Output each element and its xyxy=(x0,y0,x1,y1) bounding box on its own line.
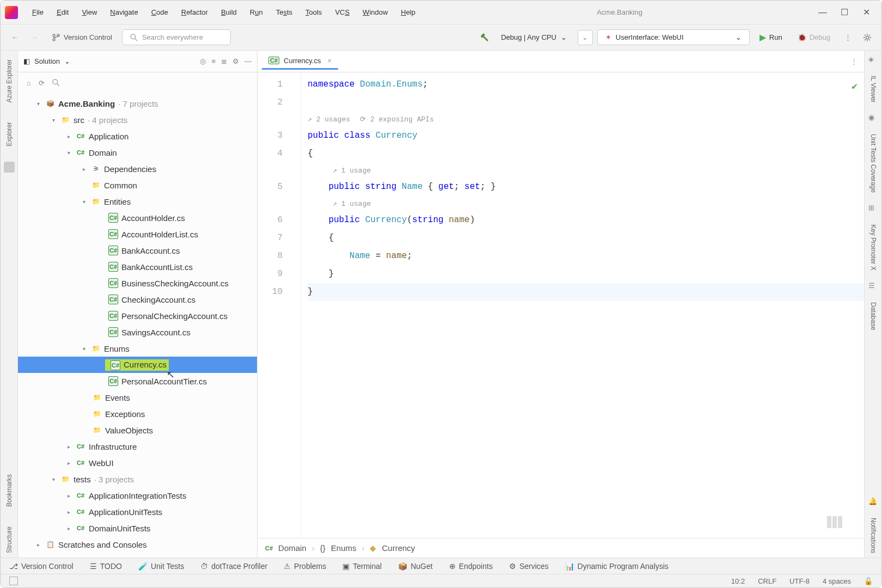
tool-endpoints[interactable]: ⊕Endpoints xyxy=(449,562,493,571)
code-content[interactable]: namespace Domain.Enums; ↗ 2 usages⟳ 2 ex… xyxy=(301,72,864,538)
tree-file[interactable]: C#CheckingAccount.cs xyxy=(18,291,257,308)
version-control-button[interactable]: Version Control xyxy=(46,31,118,44)
rail-database[interactable]: Database xyxy=(867,298,879,334)
tree-project[interactable]: ▸C#ApplicationUnitTests xyxy=(18,504,257,520)
close-button[interactable]: ✕ xyxy=(862,8,871,17)
rail-bookmarks[interactable]: Bookmarks xyxy=(3,470,15,511)
expand-icon[interactable]: ≣ xyxy=(221,57,227,65)
settings-icon[interactable]: ⚙ xyxy=(232,57,239,65)
tool-terminal[interactable]: ▣Terminal xyxy=(342,562,382,571)
debug-button[interactable]: 🐞 Debug xyxy=(792,31,836,44)
menu-vcs[interactable]: VCS xyxy=(329,6,355,19)
search-icon[interactable] xyxy=(52,79,60,87)
menu-view[interactable]: View xyxy=(76,6,102,19)
tree-solution-root[interactable]: ▾📦Acme.Banking· 7 projects xyxy=(18,95,257,112)
sync-icon[interactable]: ⟳ xyxy=(39,79,45,87)
build-config-select[interactable]: Debug | Any CPU ⌄ xyxy=(494,31,573,44)
menu-file[interactable]: File xyxy=(27,6,49,19)
tree-file[interactable]: C#BankAccount.cs xyxy=(18,242,257,259)
rail-ilviewer[interactable]: IL Viewer xyxy=(867,71,879,107)
breadcrumb-currency[interactable]: Currency xyxy=(382,543,415,553)
settings-button[interactable] xyxy=(860,30,875,45)
menu-refactor[interactable]: Refactor xyxy=(176,6,213,19)
tree-project-webui[interactable]: ▸C#WebUI xyxy=(18,455,257,471)
tree-project-infrastructure[interactable]: ▸C#Infrastructure xyxy=(18,438,257,455)
status-line-sep[interactable]: CRLF xyxy=(758,577,776,585)
bell-icon[interactable]: 🔔 xyxy=(868,497,878,507)
tree-dependencies[interactable]: ▸⚞Dependencies xyxy=(18,161,257,177)
rail-icon[interactable]: ◈ xyxy=(868,55,878,65)
status-indent[interactable]: 4 spaces xyxy=(823,577,851,585)
locate-icon[interactable]: ◎ xyxy=(200,57,206,65)
status-encoding[interactable]: UTF-8 xyxy=(789,577,810,585)
tree-folder-entities[interactable]: ▾📁Entities xyxy=(18,193,257,210)
tree-project-domain[interactable]: ▾C#Domain xyxy=(18,144,257,161)
maximize-button[interactable]: ☐ xyxy=(840,8,849,17)
rail-notifications[interactable]: Notifications xyxy=(867,513,879,558)
menu-build[interactable]: Build xyxy=(216,6,242,19)
tool-dottrace[interactable]: ⏱dotTrace Profiler xyxy=(200,562,267,571)
tool-nuget[interactable]: 📦NuGet xyxy=(398,562,432,571)
rail-icon[interactable]: ◉ xyxy=(868,113,878,123)
menu-tools[interactable]: Tools xyxy=(300,6,327,19)
run-button[interactable]: ▶ Run xyxy=(754,30,788,45)
menu-help[interactable]: Help xyxy=(395,6,421,19)
hide-icon[interactable]: — xyxy=(244,57,252,65)
tree-project[interactable]: ▸C#DomainUnitTests xyxy=(18,520,257,536)
tool-todo[interactable]: ☰TODO xyxy=(90,562,122,571)
tab-more-button[interactable]: ⋮ xyxy=(850,57,857,65)
rail-icon[interactable]: ⊞ xyxy=(868,204,878,213)
rail-keypromoter[interactable]: Key Promoter X xyxy=(867,220,879,275)
history-dropdown[interactable]: ⌄ xyxy=(578,30,593,45)
tool-dpa[interactable]: 📊Dynamic Program Analysis xyxy=(565,562,669,571)
tree-folder-enums[interactable]: ▾📁Enums xyxy=(18,340,257,357)
menu-run[interactable]: Run xyxy=(244,6,268,19)
collapse-icon[interactable]: ≡ xyxy=(211,57,216,65)
breadcrumb-enums[interactable]: Enums xyxy=(331,543,357,553)
rail-coverage[interactable]: Unit Tests Coverage xyxy=(867,130,879,197)
run-config-select[interactable]: ✶ UserInterface: WebUI ⌄ xyxy=(597,29,750,45)
tree-file-currency[interactable]: C#Currency.cs xyxy=(18,357,257,373)
tree-file[interactable]: C#AccountHolderList.cs xyxy=(18,226,257,242)
tree-folder-events[interactable]: 📁Events xyxy=(18,389,257,406)
status-cursor-pos[interactable]: 10:2 xyxy=(731,577,745,585)
tab-currency[interactable]: C# Currency.cs × xyxy=(262,53,338,70)
rail-explorer[interactable]: Explorer xyxy=(3,118,15,151)
status-readonly-icon[interactable]: 🔓 xyxy=(864,577,873,585)
tree-folder-common[interactable]: 📁Common xyxy=(18,177,257,193)
fold-gutter[interactable] xyxy=(290,72,301,538)
tree-file[interactable]: C#SavingsAccount.cs xyxy=(18,324,257,340)
menu-window[interactable]: Window xyxy=(357,6,393,19)
chevron-down-icon[interactable]: ⌄ xyxy=(64,57,70,65)
tool-services[interactable]: ⚙Services xyxy=(509,562,549,571)
close-tab-button[interactable]: × xyxy=(327,57,332,65)
tree-file[interactable]: C#AccountHolder.cs xyxy=(18,210,257,226)
tree-src-folder[interactable]: ▾📁src· 4 projects xyxy=(18,112,257,128)
tree-project-application[interactable]: ▸C#Application xyxy=(18,128,257,144)
minimize-button[interactable]: — xyxy=(818,8,827,17)
inspection-ok-icon[interactable]: ✔ xyxy=(852,78,857,96)
search-everywhere[interactable]: Search everywhere xyxy=(122,29,231,45)
tree-folder-exceptions[interactable]: 📁Exceptions xyxy=(18,406,257,422)
tree-file[interactable]: C#PersonalAccountTier.cs xyxy=(18,373,257,389)
tool-problems[interactable]: ⚠Problems xyxy=(284,562,326,571)
menu-navigate[interactable]: Navigate xyxy=(105,6,143,19)
menu-code[interactable]: Code xyxy=(146,6,174,19)
home-icon[interactable]: ⌂ xyxy=(27,79,31,87)
nav-back-button[interactable]: ← xyxy=(7,30,22,45)
tree-file[interactable]: C#BusinessCheckingAccount.cs xyxy=(18,275,257,291)
menu-tests[interactable]: Tests xyxy=(271,6,298,19)
tree-project[interactable]: ▸C#ApplicationIntegrationTests xyxy=(18,487,257,504)
tool-version-control[interactable]: ⎇Version Control xyxy=(9,562,74,571)
rail-structure[interactable]: Structure xyxy=(3,522,15,558)
tree-tests-folder[interactable]: ▾📁tests· 3 projects xyxy=(18,471,257,487)
code-editor[interactable]: 1 2 3 4 5 6 7 8 9 10 namespace Domain.En… xyxy=(258,72,864,538)
solution-tree[interactable]: ▾📦Acme.Banking· 7 projects ▾📁src· 4 proj… xyxy=(18,93,257,558)
tree-file[interactable]: C#BankAccountList.cs xyxy=(18,259,257,275)
rail-icon[interactable] xyxy=(4,162,15,173)
build-icon[interactable] xyxy=(479,32,490,43)
breadcrumb-domain[interactable]: Domain xyxy=(278,543,307,553)
tree-scratches[interactable]: ▸📋Scratches and Consoles xyxy=(18,536,257,553)
tool-unit-tests[interactable]: 🧪Unit Tests xyxy=(138,562,184,571)
tree-file[interactable]: C#PersonalCheckingAccount.cs xyxy=(18,308,257,324)
